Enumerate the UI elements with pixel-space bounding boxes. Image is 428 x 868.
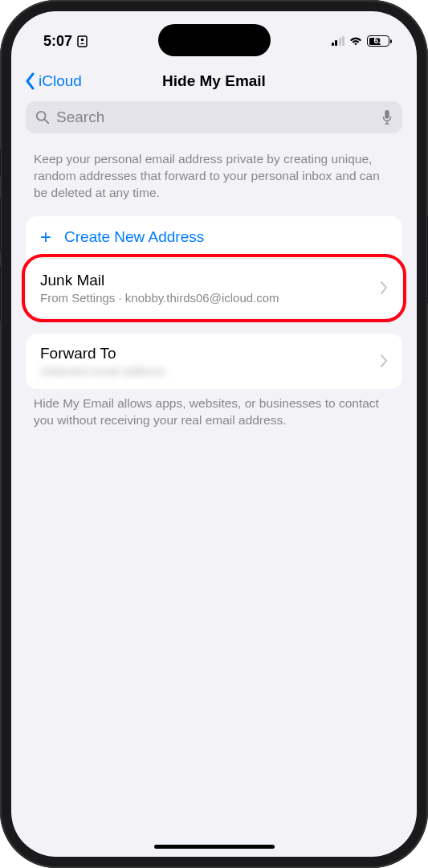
search-input[interactable] [56, 108, 375, 126]
addresses-card: + Create New Address Junk Mail From Sett… [26, 216, 402, 317]
intro-description: Keep your personal email address private… [26, 133, 402, 216]
chevron-right-icon [381, 281, 388, 294]
battery-percentage: 61 [368, 36, 389, 46]
forward-email: redacted email address [40, 364, 388, 378]
status-time: 5:07 [43, 33, 72, 50]
phone-screen: 5:07 61 [11, 11, 417, 857]
plus-icon: + [40, 227, 51, 247]
create-label: Create New Address [64, 228, 204, 246]
alias-subtitle: From Settings · knobby.thirds06@icloud.c… [40, 291, 388, 305]
footer-description: Hide My Email allows apps, websites, or … [26, 389, 402, 429]
status-time-group: 5:07 [43, 33, 88, 50]
forward-card: Forward To redacted email address [26, 334, 402, 389]
forward-title: Forward To [40, 345, 388, 362]
forward-to-row[interactable]: Forward To redacted email address [26, 334, 402, 389]
svg-point-2 [37, 112, 46, 121]
wifi-icon [349, 35, 363, 47]
content-area: Keep your personal email address private… [11, 100, 417, 429]
svg-point-1 [81, 38, 84, 41]
back-button[interactable]: iCloud [24, 72, 82, 90]
search-bar[interactable] [26, 101, 402, 133]
chevron-right-icon [381, 354, 388, 367]
contact-card-icon [77, 35, 88, 47]
nav-bar: iCloud Hide My Email [11, 63, 417, 100]
silent-switch [0, 149, 1, 177]
cellular-signal-icon [332, 36, 345, 46]
battery-indicator: 61 [367, 35, 389, 47]
svg-rect-0 [78, 36, 87, 47]
home-indicator[interactable] [154, 845, 275, 849]
create-new-address-button[interactable]: + Create New Address [26, 216, 402, 258]
dynamic-island [158, 24, 271, 56]
volume-down-button [0, 265, 1, 321]
search-icon [35, 110, 50, 125]
status-icons: 61 [332, 35, 390, 47]
svg-rect-3 [385, 110, 389, 119]
alias-title: Junk Mail [40, 272, 388, 289]
back-label: iCloud [39, 72, 82, 90]
volume-up-button [0, 197, 1, 253]
chevron-left-icon [24, 72, 35, 90]
phone-frame: 5:07 61 [0, 0, 428, 868]
mic-icon[interactable] [381, 109, 393, 125]
alias-row-junk-mail[interactable]: Junk Mail From Settings · knobby.thirds0… [26, 259, 402, 317]
